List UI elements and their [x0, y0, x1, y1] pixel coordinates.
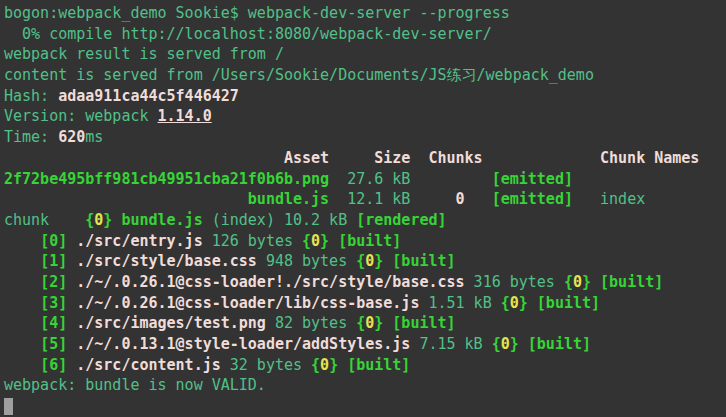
terminal-text-segment: 12.1 kB	[329, 190, 455, 208]
terminal-text-segment: bogon:webpack_demo Sookie$ webpack-dev-s…	[4, 4, 510, 22]
terminal-text-segment: bundle.js	[248, 190, 329, 208]
terminal-text-segment: ./src/content.js	[76, 356, 221, 374]
terminal-text-segment: 0	[94, 211, 103, 229]
terminal-line: bogon:webpack_demo Sookie$ webpack-dev-s…	[4, 3, 726, 24]
terminal-text-segment: 2f72be495bff981cb49951cba21f0b6b.png	[4, 170, 329, 188]
terminal-text-segment: 620	[58, 128, 85, 146]
terminal-line: [1] ./src/style/base.css 948 bytes {0} […	[4, 251, 726, 272]
terminal-text-segment: 1.51 kB	[419, 294, 500, 312]
terminal-text-segment: ./~/.0.26.1@css-loader/lib/css-base.js	[76, 294, 419, 312]
terminal-text-segment: 1.14.0	[158, 107, 212, 125]
terminal-text-segment: Asset Size Chunks Chunk Names	[4, 149, 699, 167]
terminal-text-segment: 0	[501, 335, 510, 353]
terminal-text-segment: } [built]	[320, 232, 401, 250]
terminal-text-segment: ./src/images/test.png	[76, 314, 266, 332]
terminal-line: 2f72be495bff981cb49951cba21f0b6b.png 27.…	[4, 169, 726, 190]
terminal-line: Time: 620ms	[4, 127, 726, 148]
terminal-text-segment: 27.6 kB	[329, 170, 492, 188]
terminal-text-segment	[4, 232, 40, 250]
terminal-text-segment: ./~/.0.13.1@style-loader/addStyles.js	[76, 335, 410, 353]
terminal-text-segment: adaa911ca44c5f446427	[58, 87, 239, 105]
terminal-text-segment	[4, 252, 40, 270]
terminal-text-segment: 0	[573, 273, 582, 291]
terminal-text-segment: } [built]	[374, 314, 455, 332]
terminal-text-segment	[67, 335, 76, 353]
terminal-line: webpack: bundle is now VALID.	[4, 375, 726, 396]
terminal-text-segment: {	[492, 335, 501, 353]
terminal-text-segment: } bundle.js	[103, 211, 202, 229]
terminal-text-segment: 316 bytes	[465, 273, 564, 291]
terminal-text-segment: Hash:	[4, 87, 58, 105]
terminal-screen[interactable]: bogon:webpack_demo Sookie$ webpack-dev-s…	[0, 0, 726, 417]
terminal-text-segment: } [built]	[374, 252, 455, 270]
terminal-line: content is served from /Users/Sookie/Doc…	[4, 65, 726, 86]
terminal-line: webpack result is served from /	[4, 44, 726, 65]
terminal-text-segment: {	[501, 294, 510, 312]
terminal-text-segment: 0% compile http://localhost:8080/webpack…	[4, 25, 492, 43]
terminal-line: [2] ./~/.0.26.1@css-loader!./src/style/b…	[4, 272, 726, 293]
terminal-cursor	[4, 398, 13, 415]
terminal-text-segment	[4, 190, 248, 208]
terminal-text-segment: 0	[365, 252, 374, 270]
terminal-line: [5] ./~/.0.13.1@style-loader/addStyles.j…	[4, 334, 726, 355]
terminal-text-segment: 0	[510, 294, 519, 312]
terminal-text-segment	[67, 232, 76, 250]
terminal-line: chunk {0} bundle.js (index) 10.2 kB [ren…	[4, 210, 726, 231]
terminal-text-segment: } [built]	[510, 335, 591, 353]
terminal-text-segment: [6]	[40, 356, 67, 374]
terminal-text-segment: {	[356, 252, 365, 270]
terminal-line: Asset Size Chunks Chunk Names	[4, 148, 726, 169]
terminal-text-segment: 948 bytes	[257, 252, 356, 270]
terminal-text-segment: webpack: bundle is now VALID.	[4, 376, 266, 394]
terminal-text-segment: {	[302, 232, 311, 250]
terminal-text-segment: Version: webpack	[4, 107, 158, 125]
terminal-text-segment: 0	[456, 190, 465, 208]
terminal-text-segment: ./src/style/base.css	[76, 252, 257, 270]
terminal-text-segment	[67, 252, 76, 270]
terminal-text-segment: } [built]	[582, 273, 663, 291]
terminal-text-segment: chunk	[4, 211, 85, 229]
terminal-line	[4, 396, 726, 417]
terminal-line: [4] ./src/images/test.png 82 bytes {0} […	[4, 313, 726, 334]
terminal-text-segment: 0	[320, 356, 329, 374]
terminal-line: [6] ./src/content.js 32 bytes {0} [built…	[4, 355, 726, 376]
terminal-text-segment	[573, 190, 600, 208]
terminal-text-segment: [3]	[40, 294, 67, 312]
terminal-text-segment: Time:	[4, 128, 58, 146]
terminal-text-segment	[465, 190, 492, 208]
terminal-text-segment: content is served from /Users/Sookie/Doc…	[4, 66, 594, 84]
terminal-text-segment: } [built]	[519, 294, 600, 312]
terminal-text-segment: index	[600, 190, 645, 208]
terminal-text-segment: {	[85, 211, 94, 229]
terminal-text-segment	[4, 294, 40, 312]
terminal-text-segment	[67, 294, 76, 312]
terminal-text-segment: 32 bytes	[221, 356, 311, 374]
terminal-text-segment: 0	[365, 314, 374, 332]
terminal-line: Version: webpack 1.14.0	[4, 106, 726, 127]
terminal-text-segment	[67, 314, 76, 332]
terminal-text-segment	[67, 356, 76, 374]
terminal-text-segment: [0]	[40, 232, 67, 250]
terminal-text-segment: [4]	[40, 314, 67, 332]
terminal-text-segment	[4, 314, 40, 332]
terminal-text-segment: {	[564, 273, 573, 291]
terminal-text-segment: 0	[311, 232, 320, 250]
terminal-text-segment: {	[356, 314, 365, 332]
terminal-line: [0] ./src/entry.js 126 bytes {0} [built]	[4, 231, 726, 252]
terminal-text-segment	[4, 273, 40, 291]
terminal-text-segment: (index) 10.2 kB	[203, 211, 357, 229]
terminal-text-segment: [emitted]	[492, 170, 573, 188]
terminal-text-segment: [2]	[40, 273, 67, 291]
terminal-text-segment: [emitted]	[492, 190, 573, 208]
terminal-text-segment: ms	[85, 128, 103, 146]
terminal-text-segment: {	[311, 356, 320, 374]
terminal-text-segment	[67, 273, 76, 291]
terminal-text-segment: ./src/entry.js	[76, 232, 202, 250]
terminal-text-segment	[4, 356, 40, 374]
terminal-line: Hash: adaa911ca44c5f446427	[4, 86, 726, 107]
terminal-text-segment: 126 bytes	[203, 232, 302, 250]
terminal-text-segment	[4, 335, 40, 353]
terminal-line: bundle.js 12.1 kB 0 [emitted] index	[4, 189, 726, 210]
terminal-text-segment: 7.15 kB	[410, 335, 491, 353]
terminal-line: [3] ./~/.0.26.1@css-loader/lib/css-base.…	[4, 293, 726, 314]
